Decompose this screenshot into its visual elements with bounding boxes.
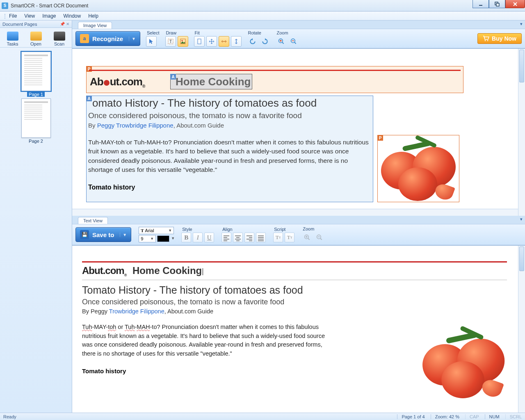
- draw-image-zone[interactable]: [178, 36, 188, 47]
- svg-point-10: [485, 40, 486, 41]
- align-left-button[interactable]: [221, 233, 231, 242]
- status-scrl: SCRL: [505, 414, 522, 419]
- tasks-button[interactable]: Tasks: [3, 32, 23, 46]
- tab-text-view[interactable]: Text View: [78, 217, 108, 224]
- pane-menu-icon[interactable]: ▾: [520, 217, 523, 222]
- select-tool[interactable]: [146, 36, 157, 47]
- status-bar: Ready Page 1 of 4 Zoom: 42 % CAP NUM SCR…: [0, 413, 525, 420]
- cart-icon: [483, 36, 489, 41]
- font-family-combo[interactable]: TArial▼: [139, 227, 174, 234]
- zoom-out-icon[interactable]: [288, 36, 299, 47]
- zone-tag-a: A: [86, 96, 92, 101]
- close-button[interactable]: [505, 0, 525, 8]
- align-justify-button[interactable]: [256, 233, 266, 242]
- imageview-toolbar: a Recognize ▼ Select Draw T Fit: [72, 29, 525, 48]
- svg-point-11: [487, 40, 488, 41]
- zone-picture-header[interactable]: P Abut.com® A Home Cooking: [86, 66, 463, 93]
- zone-section-selected[interactable]: A Home Cooking: [170, 74, 252, 89]
- font-size-combo[interactable]: 9▼: [139, 235, 156, 242]
- open-icon: [30, 32, 42, 41]
- author-link[interactable]: Trowbridge Filippone: [109, 308, 164, 315]
- sidebar: Document Pages 📌 ✕ Tasks Open Scan Page …: [0, 21, 72, 413]
- tab-image-view[interactable]: Image View: [78, 22, 112, 29]
- saveto-dropdown-icon[interactable]: ▼: [120, 233, 127, 237]
- image-page[interactable]: P Abut.com® A Home Cooking A omato Histo…: [78, 55, 511, 208]
- bold-button[interactable]: B: [181, 233, 191, 242]
- fit-width[interactable]: [219, 36, 229, 47]
- app-icon: S: [2, 2, 8, 9]
- buy-now-button[interactable]: Buy Now: [477, 33, 522, 44]
- article-byline: By Peggy Trowbridge Filippone, About.com…: [87, 122, 372, 129]
- tomato-image: [419, 326, 507, 398]
- menu-window[interactable]: Window: [64, 13, 81, 19]
- zone-picture-tomato[interactable]: P: [377, 135, 459, 202]
- subscript-button[interactable]: TT: [285, 233, 294, 242]
- svg-rect-7: [198, 39, 201, 44]
- text-viewport: Abut.com® Home Cooking Tomato History - …: [72, 245, 525, 413]
- scrollbar-horizontal[interactable]: [72, 209, 518, 216]
- align-center-button[interactable]: [233, 233, 243, 242]
- tv-zoom-in-icon[interactable]: [302, 232, 313, 243]
- fit-both[interactable]: [206, 36, 217, 47]
- sidebar-header: Document Pages 📌 ✕: [0, 21, 72, 28]
- recognize-dropdown-icon[interactable]: ▼: [129, 37, 136, 41]
- page-thumbnails: Page 1 Page 2: [0, 48, 72, 413]
- rotate-left[interactable]: [247, 36, 258, 47]
- tv-article-subtitle: Once considered poisonous, the tomato is…: [82, 298, 507, 306]
- textview-tab-row: Text View ▾: [72, 216, 525, 224]
- fit-height[interactable]: [231, 36, 242, 47]
- article-subhead: Tomato history: [87, 184, 372, 191]
- section-heading: Home Cooking: [132, 265, 202, 276]
- text-page[interactable]: Abut.com® Home Cooking Tomato History - …: [78, 251, 511, 411]
- save-icon: 💾: [80, 230, 89, 239]
- author-link[interactable]: Peggy Trowbridge Filippone: [97, 122, 173, 129]
- tv-article-byline: By Peggy Trowbridge Filippone, About.com…: [82, 308, 507, 315]
- status-page: Page 1 of 4: [397, 414, 425, 419]
- svg-rect-0: [479, 5, 482, 6]
- scrollbar-vertical[interactable]: [518, 49, 525, 216]
- underline-button[interactable]: U: [204, 233, 214, 242]
- scrollbar-vertical[interactable]: [518, 246, 525, 413]
- align-right-button[interactable]: [244, 233, 254, 242]
- thumbnail-page-2[interactable]: Page 2: [21, 98, 51, 144]
- scan-button[interactable]: Scan: [50, 32, 69, 46]
- menu-help[interactable]: Help: [88, 13, 98, 19]
- tomato-image: [378, 135, 458, 201]
- fit-page[interactable]: [194, 36, 205, 47]
- article-title: omato History - The history of tomatoes …: [87, 97, 372, 110]
- status-zoom: Zoom: 42 %: [431, 414, 459, 419]
- save-to-button[interactable]: 💾 Save to ▼: [75, 227, 131, 242]
- menu-bar: ⋮ File View Image Window Help: [0, 11, 525, 21]
- maximize-button[interactable]: [489, 0, 505, 8]
- recognize-button[interactable]: a Recognize ▼: [75, 31, 140, 46]
- italic-button[interactable]: I: [193, 233, 203, 242]
- superscript-button[interactable]: TT: [273, 233, 283, 242]
- svg-text:T: T: [169, 39, 172, 44]
- svg-rect-2: [496, 3, 499, 6]
- zone-text-article[interactable]: A omato History - The history of tomatoe…: [86, 96, 373, 202]
- menu-view[interactable]: View: [24, 13, 35, 19]
- pane-menu-icon[interactable]: ▾: [520, 21, 523, 27]
- tv-article-body: Tuh-MAY-toh or Tuh-MAH-to? Pronunciation…: [82, 323, 328, 358]
- menu-image[interactable]: Image: [42, 13, 56, 19]
- draw-text-zone[interactable]: T: [165, 36, 176, 47]
- tasks-icon: [7, 32, 18, 41]
- imageview-tab-row: Image View ▾: [72, 21, 525, 29]
- menu-file[interactable]: File: [9, 13, 17, 19]
- minimize-button[interactable]: [472, 0, 489, 8]
- tv-zoom-out-icon[interactable]: [314, 232, 325, 243]
- status-num: NUM: [485, 414, 500, 419]
- recognize-icon: a: [80, 34, 89, 43]
- font-color-swatch[interactable]: [157, 235, 169, 242]
- rotate-right[interactable]: [260, 36, 270, 47]
- thumbnail-page-1[interactable]: Page 1: [21, 52, 51, 97]
- open-button[interactable]: Open: [26, 32, 46, 46]
- zoom-in-icon[interactable]: [276, 36, 287, 47]
- textview-toolbar: 💾 Save to ▼ TArial▼ 9▼ Style B I U Align: [72, 224, 525, 245]
- status-ready: Ready: [3, 414, 16, 419]
- article-subtitle: Once considered poisonous, the tomato is…: [87, 111, 372, 120]
- image-viewport: P Abut.com® A Home Cooking A omato Histo…: [72, 48, 525, 216]
- window-title: SmartOCR - Smart OCR Document: [11, 3, 88, 9]
- scan-icon: [54, 32, 65, 41]
- sidebar-pin-icon[interactable]: 📌 ✕: [60, 22, 69, 26]
